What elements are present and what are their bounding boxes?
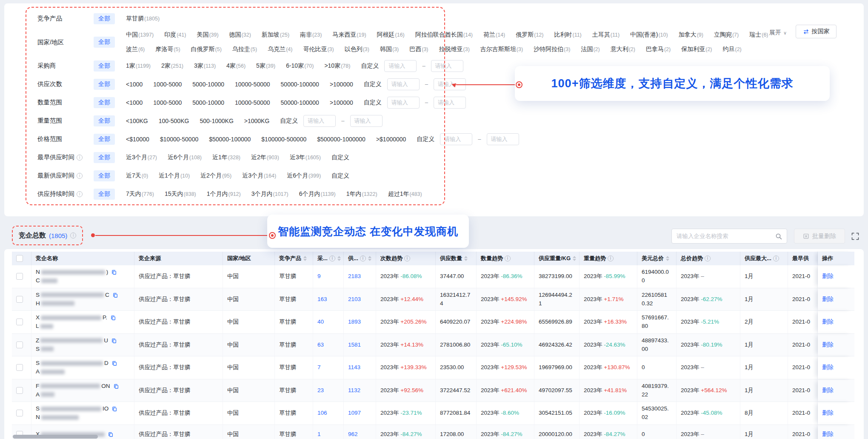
filter-option[interactable]: 近2个月(95) bbox=[200, 172, 231, 180]
filter-option[interactable]: 加拿大(9) bbox=[679, 31, 703, 39]
filter-option[interactable]: 沙特阿拉伯(3) bbox=[534, 46, 570, 53]
filter-option[interactable]: 德国(32) bbox=[229, 31, 251, 39]
filter-option[interactable]: 瑞士(6) bbox=[749, 31, 768, 39]
filter-option[interactable]: 近1年(328) bbox=[212, 154, 240, 161]
filter-option[interactable]: 拉脱维亚(3) bbox=[439, 46, 470, 53]
filter-option[interactable]: 1000-5000 bbox=[153, 99, 182, 106]
filter-option[interactable]: 10000-50000 bbox=[235, 99, 270, 106]
filter-option[interactable]: $50000-100000 bbox=[209, 136, 251, 143]
filter-option[interactable]: 吉尔吉斯斯坦(3) bbox=[480, 46, 523, 53]
filter-option[interactable]: <1000 bbox=[126, 99, 143, 106]
filter-option[interactable]: $100000-500000 bbox=[261, 136, 306, 143]
filter-option[interactable]: 3家(113) bbox=[194, 62, 216, 70]
filter-option[interactable]: 阿拉伯联合酋长国(14) bbox=[415, 31, 473, 39]
filter-option[interactable]: 新加坡(25) bbox=[262, 31, 289, 39]
filter-option[interactable]: 1000-5000 bbox=[153, 81, 182, 88]
column-header-7[interactable]: 供应数量 bbox=[436, 252, 477, 265]
filter-option[interactable]: $10000-50000 bbox=[160, 136, 198, 143]
delete-link[interactable]: 删除 bbox=[822, 409, 849, 417]
custom-option[interactable]: 自定义 bbox=[331, 154, 349, 161]
filter-option[interactable]: 近2年(903) bbox=[251, 154, 279, 161]
filter-option[interactable]: 波兰(6) bbox=[126, 46, 145, 53]
sort-icon[interactable] bbox=[303, 256, 307, 261]
sort-icon[interactable] bbox=[337, 256, 341, 261]
filter-min-input[interactable] bbox=[384, 60, 417, 72]
filter-option[interactable]: 超过1年(483) bbox=[388, 190, 422, 198]
filter-option[interactable]: 南非(23) bbox=[300, 31, 322, 39]
filter-all-chip[interactable]: 全部 bbox=[94, 189, 115, 200]
copy-icon[interactable] bbox=[111, 360, 117, 366]
filter-option[interactable]: 4家(56) bbox=[226, 62, 246, 70]
copy-icon[interactable] bbox=[112, 292, 118, 298]
delete-link[interactable]: 删除 bbox=[822, 272, 849, 281]
filter-option[interactable]: 保加利亚(2) bbox=[681, 46, 712, 53]
filter-min-input[interactable] bbox=[440, 133, 472, 145]
filter-option[interactable]: 3个月内(1017) bbox=[251, 190, 288, 198]
copy-icon[interactable] bbox=[113, 383, 119, 389]
filter-option[interactable]: 50000-100000 bbox=[281, 99, 319, 106]
filter-option[interactable]: 1年内(1322) bbox=[346, 190, 377, 198]
row-checkbox[interactable] bbox=[16, 341, 23, 348]
filter-option[interactable]: 1家(1199) bbox=[126, 62, 151, 70]
filter-all-chip[interactable]: 全部 bbox=[94, 79, 115, 90]
copy-icon[interactable] bbox=[111, 406, 117, 412]
filter-option[interactable]: <1000 bbox=[126, 81, 143, 88]
row-checkbox[interactable] bbox=[16, 364, 23, 371]
filter-option[interactable]: 巴西(3) bbox=[409, 46, 428, 53]
select-all-checkbox[interactable] bbox=[16, 255, 23, 262]
column-header-5[interactable]: 供...i bbox=[344, 252, 376, 265]
delete-link[interactable]: 删除 bbox=[822, 341, 849, 349]
filter-option[interactable]: 100-500KG bbox=[159, 118, 189, 124]
sort-icon[interactable] bbox=[368, 256, 371, 261]
column-header-3[interactable]: 竞争产品 bbox=[275, 252, 313, 265]
filter-option[interactable]: 荷兰(14) bbox=[483, 31, 505, 39]
custom-option[interactable]: 自定义 bbox=[417, 135, 434, 143]
filter-all-chip[interactable]: 全部 bbox=[94, 13, 115, 24]
filter-option[interactable]: >1000KG bbox=[244, 118, 270, 124]
filter-option[interactable]: 15天内(838) bbox=[165, 190, 196, 198]
filter-option[interactable]: 近6个月(399) bbox=[287, 172, 321, 180]
filter-option[interactable]: 5000-10000 bbox=[192, 99, 224, 106]
filter-min-input[interactable] bbox=[303, 115, 336, 127]
filter-option[interactable]: 印度(41) bbox=[164, 31, 186, 39]
row-checkbox[interactable] bbox=[16, 296, 23, 303]
delete-link[interactable]: 删除 bbox=[822, 295, 849, 304]
filter-option[interactable]: 近3个月(27) bbox=[126, 154, 157, 161]
filter-option[interactable]: 近6个月(108) bbox=[168, 154, 202, 161]
filter-all-chip[interactable]: 全部 bbox=[94, 60, 115, 72]
row-checkbox[interactable] bbox=[16, 318, 23, 325]
sort-icon[interactable] bbox=[666, 256, 669, 261]
filter-option[interactable]: 10000-50000 bbox=[235, 81, 270, 88]
delete-link[interactable]: 删除 bbox=[822, 430, 849, 439]
custom-option[interactable]: 自定义 bbox=[364, 80, 382, 88]
filter-option[interactable]: 中国(1397) bbox=[126, 31, 154, 39]
filter-option[interactable]: 巴拿马(2) bbox=[646, 46, 671, 53]
filter-option[interactable]: 500-1000KG bbox=[200, 118, 233, 124]
filter-all-chip[interactable]: 全部 bbox=[94, 115, 115, 126]
filter-option[interactable]: 以色列(3) bbox=[345, 46, 369, 53]
filter-option[interactable]: 摩洛哥(5) bbox=[155, 46, 180, 53]
filter-option[interactable]: 7天内(776) bbox=[126, 190, 154, 198]
filter-option[interactable]: 白俄罗斯(5) bbox=[191, 46, 222, 53]
batch-delete-button[interactable]: 批量删除 bbox=[794, 229, 845, 244]
row-checkbox[interactable] bbox=[16, 410, 23, 416]
filter-option[interactable]: 约旦(2) bbox=[723, 46, 742, 53]
filter-option[interactable]: <100KG bbox=[126, 118, 148, 124]
filter-option[interactable]: 1个月内(912) bbox=[207, 190, 241, 198]
expand-toggle[interactable]: 展开 ∨ bbox=[769, 29, 787, 37]
fullscreen-icon[interactable] bbox=[851, 232, 859, 241]
filter-option[interactable]: 意大利(2) bbox=[611, 46, 635, 53]
filter-option[interactable]: 50000-100000 bbox=[281, 81, 319, 88]
filter-option[interactable]: 近3个月(164) bbox=[242, 172, 276, 180]
filter-option[interactable]: 近1个月(10) bbox=[159, 172, 190, 180]
filter-option[interactable]: 阿根廷(16) bbox=[377, 31, 405, 39]
filter-option[interactable]: 近3年(1605) bbox=[290, 154, 321, 161]
custom-option[interactable]: 自定义 bbox=[364, 99, 382, 106]
filter-option[interactable]: 韩国(3) bbox=[380, 46, 399, 53]
filter-option[interactable]: 法国(2) bbox=[581, 46, 600, 53]
row-checkbox[interactable] bbox=[16, 387, 23, 394]
custom-option[interactable]: 自定义 bbox=[331, 172, 349, 180]
filter-option[interactable]: 6-10家(70) bbox=[286, 62, 314, 70]
custom-option[interactable]: 自定义 bbox=[361, 62, 379, 70]
filter-option[interactable]: 比利时(11) bbox=[554, 31, 581, 39]
